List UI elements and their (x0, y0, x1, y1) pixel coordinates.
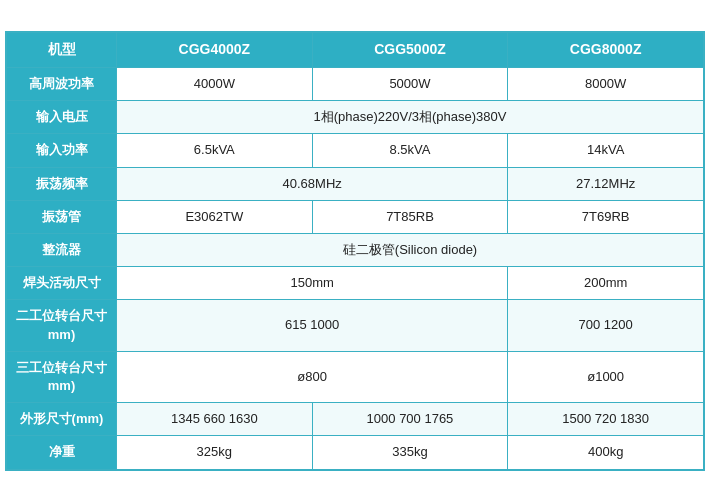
row-cell-7-0: 615 1000 (117, 300, 508, 351)
row-cell-10-2: 400kg (508, 436, 704, 469)
col-header-cgg5000z: CGG5000Z (312, 33, 508, 68)
row-cell-0-2: 8000W (508, 68, 704, 101)
row-cell-4-0: E3062TW (117, 200, 313, 233)
row-cell-3-1: 27.12MHz (508, 167, 704, 200)
row-cell-4-1: 7T85RB (312, 200, 508, 233)
row-cell-9-2: 1500 720 1830 (508, 403, 704, 436)
spec-table-container: 机型 CGG4000Z CGG5000Z CGG8000Z 高周波功率4000W… (5, 31, 705, 470)
row-cell-3-0: 40.68MHz (117, 167, 508, 200)
row-cell-0-0: 4000W (117, 68, 313, 101)
row-label-10: 净重 (7, 436, 117, 469)
row-label-7: 二工位转台尺寸mm) (7, 300, 117, 351)
row-label-8: 三工位转台尺寸mm) (7, 351, 117, 402)
row-cell-8-0: ø800 (117, 351, 508, 402)
col-header-cgg4000z: CGG4000Z (117, 33, 313, 68)
row-cell-10-0: 325kg (117, 436, 313, 469)
col-header-model: 机型 (7, 33, 117, 68)
row-cell-2-0: 6.5kVA (117, 134, 313, 167)
row-cell-6-0: 150mm (117, 267, 508, 300)
row-cell-4-2: 7T69RB (508, 200, 704, 233)
row-label-2: 输入功率 (7, 134, 117, 167)
row-cell-7-1: 700 1200 (508, 300, 704, 351)
row-label-0: 高周波功率 (7, 68, 117, 101)
row-cell-9-1: 1000 700 1765 (312, 403, 508, 436)
row-cell-9-0: 1345 660 1630 (117, 403, 313, 436)
row-cell-8-1: ø1000 (508, 351, 704, 402)
row-cell-2-2: 14kVA (508, 134, 704, 167)
row-label-1: 输入电压 (7, 101, 117, 134)
row-cell-5-0: 硅二极管(Silicon diode) (117, 234, 704, 267)
row-label-6: 焊头活动尺寸 (7, 267, 117, 300)
row-label-9: 外形尺寸(mm) (7, 403, 117, 436)
spec-table: 机型 CGG4000Z CGG5000Z CGG8000Z 高周波功率4000W… (6, 32, 704, 469)
row-label-5: 整流器 (7, 234, 117, 267)
row-cell-6-1: 200mm (508, 267, 704, 300)
row-cell-10-1: 335kg (312, 436, 508, 469)
row-cell-2-1: 8.5kVA (312, 134, 508, 167)
col-header-cgg8000z: CGG8000Z (508, 33, 704, 68)
row-label-4: 振荡管 (7, 200, 117, 233)
row-cell-0-1: 5000W (312, 68, 508, 101)
row-label-3: 振荡频率 (7, 167, 117, 200)
row-cell-1-0: 1相(phase)220V/3相(phase)380V (117, 101, 704, 134)
